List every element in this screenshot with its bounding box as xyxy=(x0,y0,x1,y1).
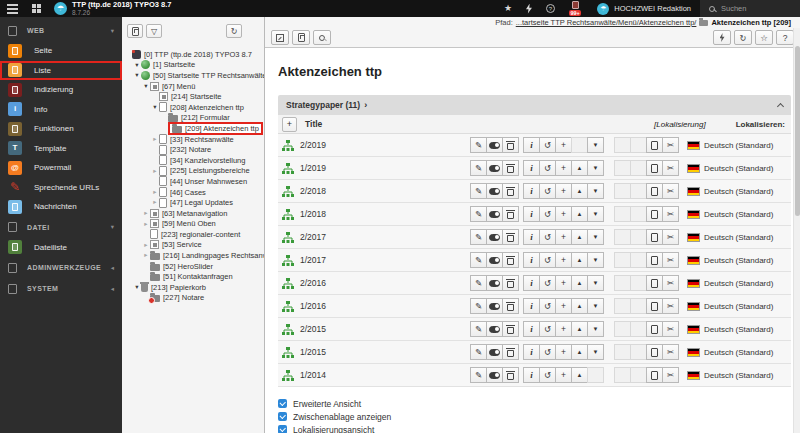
hide-toggle-button[interactable] xyxy=(486,344,503,360)
new-after-button[interactable]: + xyxy=(555,160,572,176)
search-records-button[interactable] xyxy=(313,30,331,45)
copy-button[interactable] xyxy=(646,367,663,383)
reload-button[interactable]: ↻ xyxy=(734,30,752,45)
sidebar-item-info[interactable]: iInfo xyxy=(0,100,122,120)
cut-button[interactable]: ✂ xyxy=(662,321,679,337)
copy-button[interactable] xyxy=(646,321,663,337)
history-button[interactable]: ↺ xyxy=(539,321,556,337)
record-title[interactable]: 1/2018 xyxy=(300,209,326,219)
move-down-button[interactable]: ▼ xyxy=(587,183,604,199)
checkbox-checked-icon[interactable] xyxy=(278,399,287,408)
tree-toggle-down-icon[interactable]: ▾ xyxy=(133,72,141,79)
help-button[interactable]: ? xyxy=(539,0,562,17)
tree-node-225[interactable]: ▸[225] Leistungsbereiche xyxy=(122,166,264,177)
new-after-button[interactable]: + xyxy=(555,183,572,199)
history-button[interactable]: ↺ xyxy=(539,206,556,222)
history-button[interactable]: ↺ xyxy=(539,275,556,291)
sidebar-item-liste[interactable]: Liste xyxy=(0,61,122,81)
tree-node-59[interactable]: ▸[59] Menü Oben xyxy=(122,219,264,230)
sidebar-item-sprechende-urls[interactable]: ✎Sprechende URLs xyxy=(0,178,122,198)
info-button[interactable]: i xyxy=(523,160,540,176)
new-after-button[interactable]: + xyxy=(555,275,572,291)
tree-node-213[interactable]: ▾[213] Papierkorb xyxy=(122,282,264,293)
record-title[interactable]: 1/2017 xyxy=(300,255,326,265)
tree-node-232[interactable]: [232] Notare xyxy=(122,144,264,155)
record-title[interactable]: 2/2017 xyxy=(300,232,326,242)
checkbox-erweiterte-ansicht[interactable]: Erweiterte Ansicht xyxy=(278,397,792,410)
tree-toggle-right-icon[interactable]: ▸ xyxy=(142,252,150,259)
tree-node-44[interactable]: [44] Unser Mahnwesen xyxy=(122,176,264,187)
tree-node-46[interactable]: ▸[46] Cases xyxy=(122,187,264,198)
path-link[interactable]: ...tartseite TTP Rechtsanwälte/Menü/Akte… xyxy=(516,18,697,27)
tree-node-0[interactable]: [0] TTP (ttp.de 2018) TYPO3 8.7 xyxy=(122,49,264,60)
checkbox-zwischenablage-anzeigen[interactable]: Zwischenablage anzeigen xyxy=(278,410,792,423)
info-button[interactable]: i xyxy=(523,137,540,153)
info-button[interactable]: i xyxy=(523,298,540,314)
sidebar-item-powermail[interactable]: @Powermail xyxy=(0,158,122,178)
cut-button[interactable]: ✂ xyxy=(662,252,679,268)
move-down-button[interactable]: ▼ xyxy=(587,229,604,245)
move-down-button[interactable]: ▼ xyxy=(587,344,604,360)
cut-button[interactable]: ✂ xyxy=(662,229,679,245)
tree-node-53[interactable]: ▸[53] Service xyxy=(122,240,264,251)
tree-toggle-down-icon[interactable]: ▾ xyxy=(133,62,141,69)
delete-button[interactable] xyxy=(502,229,519,245)
cut-button[interactable]: ✂ xyxy=(662,183,679,199)
move-down-button[interactable]: ▼ xyxy=(587,160,604,176)
tree-node-216[interactable]: ▸[216] Landingpages Rechtsanwälte xyxy=(122,250,264,261)
new-after-button[interactable]: + xyxy=(555,367,572,383)
history-button[interactable]: ↺ xyxy=(539,160,556,176)
new-after-button[interactable]: + xyxy=(555,344,572,360)
tree-node-208[interactable]: ▾[208] Aktenzeichen ttp xyxy=(122,102,264,113)
move-up-button[interactable]: ▲ xyxy=(571,298,588,314)
sidebar-section-system[interactable]: SYSTEM◂ xyxy=(0,278,122,299)
collapse-icon[interactable] xyxy=(777,102,784,109)
tree-toggle-right-icon[interactable]: ▸ xyxy=(151,189,159,196)
move-up-button[interactable]: ▲ xyxy=(571,160,588,176)
checkbox-checked-icon[interactable] xyxy=(278,425,287,433)
info-button[interactable]: i xyxy=(523,275,540,291)
tree-toggle-down-icon[interactable]: ▾ xyxy=(142,83,150,90)
edit-button[interactable]: ✎ xyxy=(470,275,487,291)
cut-button[interactable]: ✂ xyxy=(662,206,679,222)
copy-button[interactable] xyxy=(646,160,663,176)
move-down-button[interactable]: ▼ xyxy=(587,298,604,314)
copy-button[interactable] xyxy=(646,344,663,360)
record-title[interactable]: 1/2019 xyxy=(300,163,326,173)
cut-button[interactable]: ✂ xyxy=(662,367,679,383)
history-button[interactable]: ↺ xyxy=(539,298,556,314)
cut-button[interactable]: ✂ xyxy=(662,344,679,360)
bookmark-button[interactable]: ★ xyxy=(497,0,519,17)
sidebar-item-seite[interactable]: Seite xyxy=(0,41,122,61)
move-down-button[interactable]: ▼ xyxy=(587,252,604,268)
copy-button[interactable] xyxy=(646,137,663,153)
new-page-button[interactable] xyxy=(127,24,143,38)
history-button[interactable]: ↺ xyxy=(539,229,556,245)
copy-button[interactable] xyxy=(646,298,663,314)
tree-toggle-right-icon[interactable]: ▸ xyxy=(142,221,150,228)
tree-toggle-down-icon[interactable]: ▾ xyxy=(133,284,141,291)
sidebar-section-web[interactable]: WEB▾ xyxy=(0,20,122,41)
clipboard-paste-button[interactable] xyxy=(271,30,289,45)
new-record-button[interactable]: + xyxy=(282,117,297,132)
new-after-button[interactable]: + xyxy=(555,321,572,337)
tree-toggle-right-icon[interactable]: ▸ xyxy=(151,168,159,175)
table-header[interactable]: Strategypaper (11) › xyxy=(278,95,791,115)
hide-toggle-button[interactable] xyxy=(486,252,503,268)
new-after-button[interactable]: + xyxy=(555,252,572,268)
delete-button[interactable] xyxy=(502,344,519,360)
copy-button[interactable] xyxy=(646,252,663,268)
move-up-button[interactable]: ▲ xyxy=(571,367,588,383)
tree-toggle-right-icon[interactable]: ▸ xyxy=(151,199,159,206)
move-up-button[interactable]: ▲ xyxy=(571,344,588,360)
delete-button[interactable] xyxy=(502,137,519,153)
delete-button[interactable] xyxy=(502,275,519,291)
move-up-button[interactable]: ▲ xyxy=(571,252,588,268)
checkbox-lokalisierungsansicht[interactable]: Lokalisierungsansicht xyxy=(278,423,792,433)
sidebar-item-template[interactable]: TTemplate xyxy=(0,139,122,159)
history-button[interactable]: ↺ xyxy=(539,367,556,383)
tree-toggle-down-icon[interactable]: ▾ xyxy=(151,104,159,111)
move-down-button[interactable]: ▼ xyxy=(587,321,604,337)
edit-button[interactable]: ✎ xyxy=(470,206,487,222)
copy-button[interactable] xyxy=(646,229,663,245)
